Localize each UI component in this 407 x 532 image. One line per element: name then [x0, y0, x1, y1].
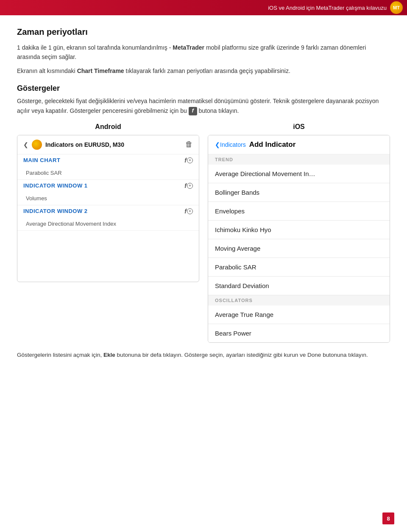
ios-header: ❮ Indicators Add Indicator	[208, 135, 390, 154]
android-logo	[32, 140, 42, 150]
ios-item-admi[interactable]: Average Directional Movement In…	[208, 165, 390, 183]
f-letter3: f	[184, 208, 187, 215]
bottom-text: Göstergelerin listesini açmak için, Ekle…	[17, 350, 390, 360]
android-window1-row: INDICATOR WINDOW 1 f +	[17, 180, 199, 192]
android-label: Android	[95, 123, 121, 131]
ios-label: iOS	[293, 123, 305, 131]
f-letter: f	[184, 157, 187, 164]
section2-title: Göstergeler	[17, 84, 390, 93]
top-bar: iOS ve Android için MetaTrader çalışma k…	[0, 0, 407, 15]
android-header-left: ❮ Indicators on EURUSD, M30	[23, 140, 124, 150]
ios-item-std-deviation[interactable]: Standard Deviation	[208, 277, 390, 295]
android-window2-add[interactable]: f +	[184, 208, 193, 215]
android-col: Android ❮ Indicators on EURUSD, M30 🗑 MA…	[17, 123, 199, 343]
ios-item-parabolic-sar[interactable]: Parabolic SAR	[208, 258, 390, 277]
ios-item-moving-average[interactable]: Moving Average	[208, 239, 390, 258]
android-header-title: Indicators on EURUSD, M30	[45, 141, 124, 148]
android-main-chart-row: MAIN CHART f +	[17, 154, 199, 166]
f-icon: f	[189, 107, 197, 115]
android-header: ❮ Indicators on EURUSD, M30 🗑	[17, 135, 199, 154]
ios-item-atr[interactable]: Average True Range	[208, 305, 390, 324]
top-bar-logo: iOS ve Android için MetaTrader çalışma k…	[268, 1, 403, 14]
bottom-text-part2: butonuna bir defa tıklayın. Gösterge seç…	[115, 352, 368, 358]
ios-back-text[interactable]: Indicators	[220, 141, 246, 148]
android-parabolic-sar[interactable]: Parabolic SAR	[17, 166, 199, 180]
android-window1-add[interactable]: f +	[184, 182, 193, 189]
section1-para1: 1 dakika ile 1 gün, ekranın sol tarafınd…	[17, 43, 390, 62]
section2-para1: Gösterge, gelecekteki fiyat değişiklikle…	[17, 96, 390, 115]
android-trash-icon[interactable]: 🗑	[185, 140, 193, 149]
ios-trend-label: TREND	[208, 154, 390, 165]
f-letter2: f	[184, 182, 187, 189]
plus-circle3: +	[187, 208, 193, 214]
android-window2-row: INDICATOR WINDOW 2 f +	[17, 205, 199, 217]
ios-col: iOS ❮ Indicators Add Indicator TREND Ave…	[208, 123, 390, 343]
android-panel: ❮ Indicators on EURUSD, M30 🗑 MAIN CHART…	[17, 135, 199, 282]
android-window2-label: INDICATOR WINDOW 2	[23, 208, 88, 214]
screenshots-row: Android ❮ Indicators on EURUSD, M30 🗑 MA…	[17, 123, 390, 343]
metatrader-logo: MT	[390, 1, 403, 14]
ios-panel: ❮ Indicators Add Indicator TREND Average…	[208, 135, 390, 343]
ios-item-ichimoku[interactable]: Ichimoku Kinko Hyo	[208, 221, 390, 239]
ios-item-bollinger[interactable]: Bollinger Bands	[208, 183, 390, 202]
ios-item-bears-power[interactable]: Bears Power	[208, 324, 390, 342]
main-content: Zaman periyotları 1 dakika ile 1 gün, ek…	[0, 15, 407, 372]
section1-title: Zaman periyotları	[17, 27, 390, 37]
android-window1-label: INDICATOR WINDOW 1	[23, 182, 88, 189]
ios-back-chevron: ❮	[215, 141, 220, 148]
ios-oscillators-label: OSCILLATORS	[208, 295, 390, 305]
android-main-chart-label: MAIN CHART	[23, 157, 60, 163]
plus-circle2: +	[187, 183, 193, 189]
plus-circle: +	[187, 157, 193, 163]
ios-add-indicator-title: Add Indicator	[249, 140, 296, 149]
page-number: 8	[382, 512, 394, 524]
android-back-icon[interactable]: ❮	[23, 141, 28, 148]
bottom-text-part1: Göstergelerin listesini açmak için,	[17, 352, 103, 358]
android-empty-space	[17, 231, 199, 282]
android-volumes[interactable]: Volumes	[17, 192, 199, 205]
android-admi[interactable]: Average Directional Movement Index	[17, 217, 199, 231]
top-bar-text: iOS ve Android için MetaTrader çalışma k…	[268, 5, 387, 11]
android-main-chart-add[interactable]: f +	[184, 157, 193, 164]
ios-item-envelopes[interactable]: Envelopes	[208, 202, 390, 221]
section1-para2: Ekranın alt kısmındaki Chart Timeframe t…	[17, 66, 390, 76]
bottom-text-bold: Ekle	[103, 352, 115, 358]
